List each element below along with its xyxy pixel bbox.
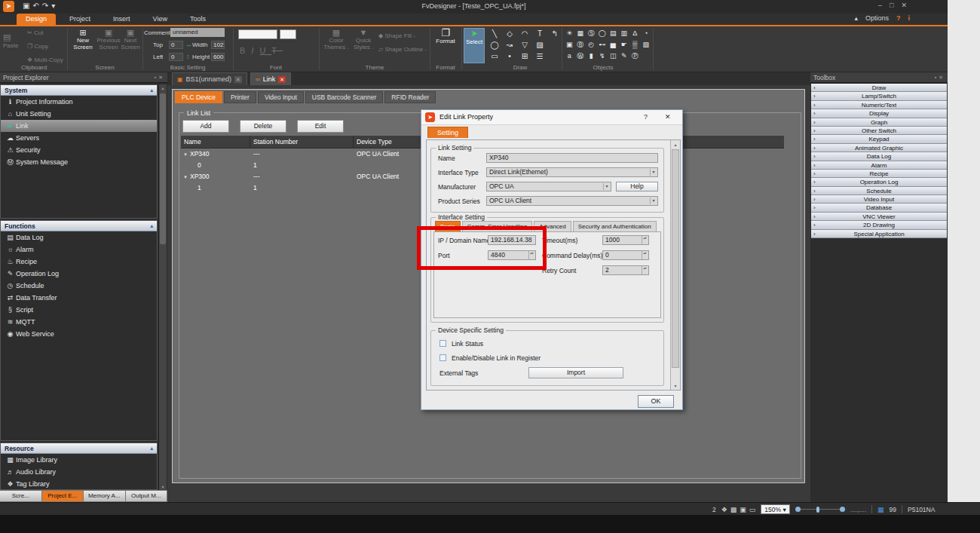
toolbox-category[interactable]: › VNC Viewer <box>811 213 947 221</box>
expand-arrow-icon[interactable] <box>181 182 190 194</box>
toolbox-category[interactable]: › Schedule <box>811 187 947 195</box>
panel-tab[interactable]: Project E... <box>42 490 84 502</box>
rotate-icon[interactable]: ❖ <box>721 506 727 513</box>
width-stepper[interactable]: 102 <box>211 41 225 49</box>
comment-input[interactable]: unnamed <box>170 28 225 37</box>
product-series-select[interactable]: OPC UA Client▾ <box>486 196 658 206</box>
switch-icon[interactable]: Ⓢ <box>586 28 597 39</box>
dialog-help-button[interactable]: ? <box>644 113 648 121</box>
explorer-item[interactable]: ❖Tag Library <box>1 478 157 490</box>
image-shape-icon[interactable]: ▨ <box>532 39 547 51</box>
toolbox-category[interactable]: › Special Application <box>811 230 947 238</box>
explorer-item[interactable]: ℹProject Information <box>1 96 157 108</box>
ellipse-icon[interactable]: ◯ <box>487 39 502 51</box>
resource-section-header[interactable]: Resource▴ <box>1 443 157 454</box>
shape-fill-button[interactable]: ◆ Shape Fill - <box>378 32 415 39</box>
manufacturer-select[interactable]: OPC UA▾ <box>486 182 611 191</box>
close-tab-icon[interactable]: ✕ <box>234 76 242 83</box>
explorer-item[interactable]: ◷Schedule <box>1 280 157 292</box>
paste-button[interactable]: ▤Paste <box>3 32 18 49</box>
ribbon-collapse-icon[interactable]: ▴ <box>854 14 858 22</box>
pattern-icon[interactable]: ▩ <box>730 506 737 513</box>
data-block-icon[interactable]: ◫ <box>608 51 619 62</box>
device-category-tab[interactable]: USB Barcode Scanner <box>305 91 384 103</box>
previous-screen-button[interactable]: ▣PreviousScreen <box>95 29 122 51</box>
ribbon-tab[interactable]: Tools <box>181 14 215 25</box>
document-tab-bs1[interactable]: ▣BS1(unnamed)✕ <box>172 72 247 85</box>
close-button[interactable]: ✕ <box>898 2 911 9</box>
blank-icon[interactable] <box>547 51 562 62</box>
help-button[interactable]: Help <box>616 182 658 191</box>
device-category-tab[interactable]: Printer <box>224 91 256 103</box>
panel-tab[interactable]: Output M... <box>126 490 168 502</box>
explorer-item[interactable]: ☁Servers <box>1 132 157 144</box>
list-icon[interactable]: ☰ <box>532 51 547 62</box>
add-button[interactable]: Add <box>182 120 229 133</box>
blank-icon[interactable] <box>641 51 652 62</box>
spinner-icon[interactable]: ▴▾ <box>642 236 648 244</box>
italic-button[interactable]: I <box>251 46 259 55</box>
spinner-icon[interactable]: ▴▾ <box>642 266 648 274</box>
lamp-icon[interactable]: ☀ <box>564 28 575 39</box>
setting-tab[interactable]: Setting <box>427 127 468 138</box>
panel-close-icon[interactable]: ✕ <box>158 75 165 80</box>
ribbon-tab[interactable]: Project <box>60 14 100 25</box>
toolbox-category[interactable]: › Keypad <box>811 135 947 143</box>
touch-icon[interactable]: ☛ <box>619 39 630 51</box>
cut-button[interactable]: ✂ Cut <box>27 29 43 36</box>
explorer-item[interactable]: ◉Web Service <box>1 328 157 340</box>
bold-button[interactable]: B <box>240 46 251 55</box>
curve-icon[interactable]: ↰ <box>547 28 562 39</box>
toolbox-category[interactable]: › Recipe <box>811 170 947 178</box>
explorer-item[interactable]: ▦Image Library <box>1 454 157 466</box>
explorer-item[interactable]: ☼Alarm <box>1 244 157 256</box>
dialog-scrollbar[interactable]: ▴ ▾ <box>670 140 680 390</box>
toolbox-category[interactable]: › Lamp/Switch <box>811 92 947 100</box>
ribbon-tab[interactable]: Design <box>17 14 56 25</box>
font-family-select[interactable] <box>238 29 277 39</box>
new-screen-button[interactable]: ⊞NewScreen <box>72 29 94 51</box>
explorer-item[interactable]: ▤Data Log <box>1 231 157 244</box>
import-button[interactable]: Import <box>528 367 623 378</box>
select-tool-button[interactable]: ➤Select <box>464 28 485 63</box>
left-stepper[interactable]: 0 <box>169 53 183 61</box>
device-category-tab[interactable]: PLC Device <box>175 91 222 103</box>
close-tab-icon[interactable]: ✕ <box>278 76 286 83</box>
explorer-item[interactable]: §Script <box>1 304 157 316</box>
explorer-item[interactable]: ♬Audio Library <box>1 466 157 478</box>
numeric-display-icon[interactable]: ▤ <box>608 28 619 39</box>
font-size-select[interactable] <box>280 29 296 39</box>
shape-outline-button[interactable]: ▱ Shape Outline - <box>378 46 427 53</box>
explorer-item[interactable]: ⌂Unit Setting <box>1 108 157 120</box>
toolbox-category[interactable]: › Graph <box>811 118 947 127</box>
ribbon-tab[interactable]: View <box>144 14 176 25</box>
name-field[interactable]: XP340 <box>486 153 658 163</box>
histogram-icon[interactable]: ▅ <box>608 39 619 51</box>
zoom-select[interactable]: 150% ▾ <box>761 504 789 514</box>
qr-code-icon[interactable]: ▦ <box>575 28 586 39</box>
strike-button[interactable]: T <box>271 46 283 55</box>
zoom-slider[interactable] <box>795 504 845 514</box>
graph-icon[interactable]: ▧ <box>641 39 652 51</box>
top-stepper[interactable]: 0 <box>169 41 183 49</box>
document-tab-link[interactable]: ∞Link✕ <box>250 72 291 85</box>
enable-disable-checkbox[interactable] <box>439 354 446 361</box>
edit-button[interactable]: Edit <box>297 120 344 133</box>
toolbox-category[interactable]: › Other Switch <box>811 127 947 135</box>
explorer-item[interactable]: ∞Link <box>1 120 157 132</box>
device-category-tab[interactable]: RFID Reader <box>384 91 436 103</box>
polyline-icon[interactable]: ↝ <box>502 39 517 51</box>
plug-icon[interactable]: ⊷ <box>597 39 608 51</box>
quick-styles-button[interactable]: ▼QuickStyles . <box>351 29 375 51</box>
ribbon-tab[interactable]: Insert <box>104 14 139 25</box>
table-display-icon[interactable]: ▥ <box>619 28 630 39</box>
ok-button[interactable]: OK <box>638 395 674 408</box>
command-delay-stepper[interactable]: 0▴▾ <box>602 250 649 260</box>
link-status-checkbox[interactable] <box>439 340 446 347</box>
system-section-header[interactable]: System▴ <box>1 85 157 96</box>
arc-icon[interactable]: ◠ <box>517 28 532 39</box>
minimize-button[interactable]: – <box>875 2 887 9</box>
toolbox-category[interactable]: › Video Input <box>811 195 947 204</box>
toolbox-category[interactable]: › Numeric/Text <box>811 101 947 109</box>
explorer-item[interactable]: ≋MQTT <box>1 316 157 328</box>
